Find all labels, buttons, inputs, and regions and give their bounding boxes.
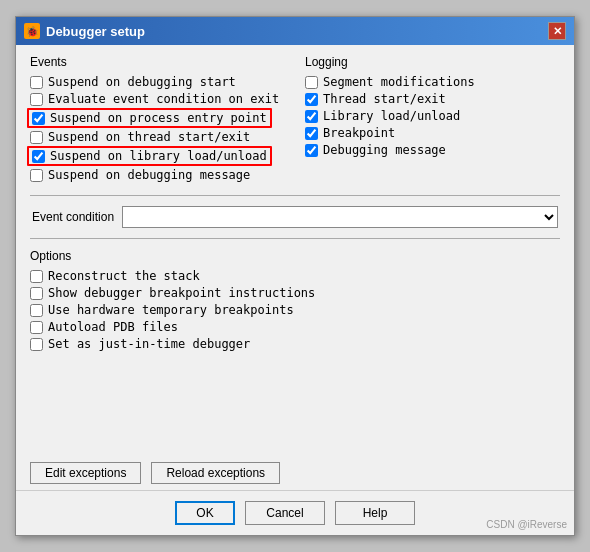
event-label-ev4: Suspend on thread start/exit xyxy=(48,130,250,144)
exceptions-row: Edit exceptions Reload exceptions xyxy=(16,456,574,490)
app-icon: 🐞 xyxy=(24,23,40,39)
event-checkbox-ev2[interactable] xyxy=(30,93,43,106)
logging-checkbox-lg5[interactable] xyxy=(305,144,318,157)
divider-2 xyxy=(30,238,560,239)
event-condition-select[interactable] xyxy=(122,206,558,228)
option-item-op4: Autoload PDB files xyxy=(30,320,560,334)
event-highlight-ev5: Suspend on library load/unload xyxy=(27,146,272,166)
option-checkbox-op2[interactable] xyxy=(30,287,43,300)
event-label-ev3: Suspend on process entry point xyxy=(50,111,267,125)
close-button[interactable]: ✕ xyxy=(548,22,566,40)
logging-checkbox-lg1[interactable] xyxy=(305,76,318,89)
option-checkbox-op3[interactable] xyxy=(30,304,43,317)
watermark: CSDN @iReverse xyxy=(486,519,567,530)
dialog-title: Debugger setup xyxy=(46,24,548,39)
event-highlight-ev3: Suspend on process entry point xyxy=(27,108,272,128)
logging-item-lg4: Breakpoint xyxy=(305,126,560,140)
reload-exceptions-button[interactable]: Reload exceptions xyxy=(151,462,280,484)
logging-checkbox-lg2[interactable] xyxy=(305,93,318,106)
option-label-op2: Show debugger breakpoint instructions xyxy=(48,286,315,300)
logging-label-lg1: Segment modifications xyxy=(323,75,475,89)
event-label-ev2: Evaluate event condition on exit xyxy=(48,92,279,106)
event-item-ev2: Evaluate event condition on exit xyxy=(30,92,285,106)
option-item-op2: Show debugger breakpoint instructions xyxy=(30,286,560,300)
option-item-op1: Reconstruct the stack xyxy=(30,269,560,283)
option-label-op3: Use hardware temporary breakpoints xyxy=(48,303,294,317)
logging-item-lg3: Library load/unload xyxy=(305,109,560,123)
event-label-ev1: Suspend on debugging start xyxy=(48,75,236,89)
logging-label-lg4: Breakpoint xyxy=(323,126,395,140)
logging-label-lg2: Thread start/exit xyxy=(323,92,446,106)
logging-label-lg5: Debugging message xyxy=(323,143,446,157)
event-condition-label: Event condition xyxy=(32,210,114,224)
event-condition-row: Event condition xyxy=(30,206,560,228)
debugger-setup-dialog: 🐞 Debugger setup ✕ Events Suspend on deb… xyxy=(15,16,575,536)
logging-column: Logging Segment modifications Thread sta… xyxy=(305,55,560,185)
option-label-op4: Autoload PDB files xyxy=(48,320,178,334)
logging-label-lg3: Library load/unload xyxy=(323,109,460,123)
title-bar: 🐞 Debugger setup ✕ xyxy=(16,17,574,45)
option-label-op1: Reconstruct the stack xyxy=(48,269,200,283)
option-label-op5: Set as just-in-time debugger xyxy=(48,337,250,351)
event-checkbox-ev1[interactable] xyxy=(30,76,43,89)
options-section: Options Reconstruct the stack Show debug… xyxy=(30,249,560,351)
option-checkbox-op1[interactable] xyxy=(30,270,43,283)
options-section-label: Options xyxy=(30,249,560,263)
option-item-op5: Set as just-in-time debugger xyxy=(30,337,560,351)
event-item-ev1: Suspend on debugging start xyxy=(30,75,285,89)
event-checkbox-ev3[interactable] xyxy=(32,112,45,125)
cancel-button[interactable]: Cancel xyxy=(245,501,325,525)
dialog-content: Events Suspend on debugging start Evalua… xyxy=(16,45,574,456)
option-checkbox-op4[interactable] xyxy=(30,321,43,334)
edit-exceptions-button[interactable]: Edit exceptions xyxy=(30,462,141,484)
divider-1 xyxy=(30,195,560,196)
logging-checkbox-lg4[interactable] xyxy=(305,127,318,140)
events-section-label: Events xyxy=(30,55,285,69)
logging-item-lg1: Segment modifications xyxy=(305,75,560,89)
event-item-ev4: Suspend on thread start/exit xyxy=(30,130,285,144)
events-column: Events Suspend on debugging start Evalua… xyxy=(30,55,285,185)
logging-item-lg5: Debugging message xyxy=(305,143,560,157)
event-checkbox-ev6[interactable] xyxy=(30,169,43,182)
event-checkbox-ev5[interactable] xyxy=(32,150,45,163)
event-label-ev6: Suspend on debugging message xyxy=(48,168,250,182)
logging-item-lg2: Thread start/exit xyxy=(305,92,560,106)
event-item-ev5: Suspend on library load/unload xyxy=(30,147,285,165)
event-checkbox-ev4[interactable] xyxy=(30,131,43,144)
event-label-ev5: Suspend on library load/unload xyxy=(50,149,267,163)
logging-checkbox-lg3[interactable] xyxy=(305,110,318,123)
option-checkbox-op5[interactable] xyxy=(30,338,43,351)
logging-section-label: Logging xyxy=(305,55,560,69)
help-button[interactable]: Help xyxy=(335,501,415,525)
event-item-ev3: Suspend on process entry point xyxy=(30,109,285,127)
two-column-layout: Events Suspend on debugging start Evalua… xyxy=(30,55,560,185)
ok-button[interactable]: OK xyxy=(175,501,235,525)
event-item-ev6: Suspend on debugging message xyxy=(30,168,285,182)
option-item-op3: Use hardware temporary breakpoints xyxy=(30,303,560,317)
